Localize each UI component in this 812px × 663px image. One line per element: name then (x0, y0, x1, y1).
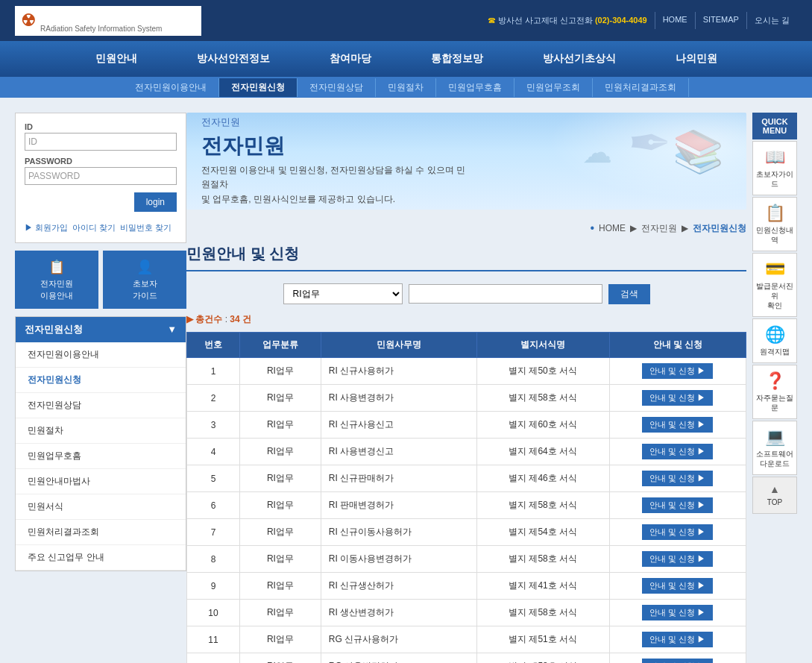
cell-no: 11 (187, 626, 240, 653)
cell-form: 별지 제58호 서식 (476, 600, 609, 626)
quick-item-worldmap[interactable]: 🌐 원격지맵 (752, 318, 797, 363)
breadcrumb-home[interactable]: HOME (599, 223, 626, 233)
subnav-consult[interactable]: 전자민원상담 (298, 78, 376, 97)
sidebar-item-result[interactable]: 민원처리결과조회 (16, 520, 186, 545)
cell-action: 안내 및 신청 ▶ (609, 492, 746, 519)
nav-item-mypage[interactable]: 나의민원 (646, 43, 747, 75)
cell-form: 별지 제58호 서식 (476, 492, 609, 519)
cell-category: RI업무 (239, 439, 321, 465)
main-nav-list: 민원안내 방사선안전정보 참여마당 통합정보망 방사선기초상식 나의민원 (66, 43, 747, 75)
cell-form: 별지 제64호 서식 (476, 439, 609, 465)
table-row: 7 RI업무 RI 신규이동사용허가 별지 제54호 서식 안내 및 신청 ▶ (187, 519, 746, 546)
subnav-guide[interactable]: 전자민원이용안내 (123, 78, 219, 97)
detail-btn-7[interactable]: 안내 및 신청 ▶ (642, 524, 713, 540)
cell-action: 안내 및 신청 ▶ (609, 573, 746, 600)
subnav-review[interactable]: 민원업무조회 (514, 78, 593, 97)
cell-action: 안내 및 신청 ▶ (609, 600, 746, 626)
sidebar-item-status[interactable]: 민원업무호흠 (16, 444, 186, 469)
search-input[interactable] (409, 284, 602, 304)
emenu-guide-btn[interactable]: 📋 전자민원이용안내 (15, 251, 98, 309)
quick-item-payment[interactable]: 💳 발급문서진위확인 (752, 253, 797, 317)
detail-btn-3[interactable]: 안내 및 신청 ▶ (642, 417, 713, 433)
th-name: 민원사무명 (321, 333, 476, 358)
quick-item-civil-apply[interactable]: 📋 민원신청내역 (752, 197, 797, 251)
find-pw-link[interactable]: 비밀번호 찾기 (120, 222, 171, 233)
cell-name: RI 신규이동사용허가 (321, 519, 476, 546)
nav-item-radiation[interactable]: 방사선안전정보 (167, 43, 300, 75)
quick-item-faq[interactable]: ❓ 자주묻는질문 (752, 365, 797, 419)
nav-sitemap[interactable]: SITEMAP (695, 12, 746, 29)
cell-form: 별지 제50호 서식 (476, 358, 609, 385)
quick-payment-icon: 💳 (765, 260, 785, 279)
detail-btn-10[interactable]: 안내 및 신청 ▶ (642, 605, 713, 620)
nav-item-stats[interactable]: 통합정보망 (401, 43, 513, 75)
result-total-label: 총건수 (195, 314, 222, 324)
join-link[interactable]: ▶ 회원가입 (25, 222, 68, 233)
subnav-result[interactable]: 민원처리결과조회 (593, 78, 689, 97)
nav-home[interactable]: HOME (655, 12, 695, 29)
header-right: ☎ 방사선 사고제대 신고전화 (02)-304-4049 HOME SITEM… (488, 12, 797, 29)
main-nav: 민원안내 방사선안전정보 참여마당 통합정보망 방사선기초상식 나의민원 (0, 41, 812, 77)
cell-form: 별지 제51호 서식 (476, 626, 609, 653)
detail-btn-2[interactable]: 안내 및 신청 ▶ (642, 390, 713, 406)
cell-no: 12 (187, 653, 240, 664)
nav-item-civil[interactable]: 민원안내 (66, 43, 167, 75)
sidebar-item-main-duty[interactable]: 주요 신고업무 안내 (16, 545, 186, 571)
detail-btn-11[interactable]: 안내 및 신청 ▶ (642, 632, 713, 647)
breadcrumb-dot: • (590, 221, 594, 235)
quick-faq-label: 자주묻는질문 (756, 393, 793, 412)
table-row: 10 RI업무 RI 생산변경허가 별지 제58호 서식 안내 및 신청 ▶ (187, 600, 746, 626)
breadcrumb-parent[interactable]: 전자민원 (641, 222, 677, 235)
cell-name: RI 신규생산허가 (321, 573, 476, 600)
id-input[interactable] (25, 133, 177, 151)
detail-btn-4[interactable]: 안내 및 신청 ▶ (642, 444, 713, 459)
quick-top-btn[interactable]: ▲ TOP (752, 477, 797, 514)
cell-name: RI 사용변경허가 (321, 385, 476, 412)
cell-name: RI 사용변경신고 (321, 439, 476, 465)
th-category: 업무분류 (239, 333, 321, 358)
table-row: 3 RI업무 RI 신규사용신고 별지 제60호 서식 안내 및 신청 ▶ (187, 412, 746, 439)
table-row: 6 RI업무 RI 판매변경허가 별지 제58호 서식 안내 및 신청 ▶ (187, 492, 746, 519)
subnav-status[interactable]: 민원업무호흠 (436, 78, 514, 97)
search-button[interactable]: 검색 (608, 284, 650, 304)
logo-title: 사이버방사선안전정보보센터 (40, 9, 195, 25)
sidebar-menu-arrow[interactable]: ▼ (167, 324, 177, 335)
sidebar-item-consult[interactable]: 전자민원상담 (16, 393, 186, 418)
sidebar-item-emenu-guide[interactable]: 전자민원이용안내 (16, 342, 186, 368)
nav-item-basic[interactable]: 방사선기초상식 (513, 43, 646, 75)
sidebar-item-civil-svc[interactable]: 민원서식 (16, 494, 186, 520)
detail-btn-6[interactable]: 안내 및 신청 ▶ (642, 497, 713, 513)
cell-action: 안내 및 신청 ▶ (609, 465, 746, 492)
sidebar-item-emenu-apply[interactable]: 전자민원신청 (16, 368, 186, 393)
search-select[interactable]: RI업무 RG업무 전체 (283, 283, 403, 304)
detail-btn-1[interactable]: 안내 및 신청 ▶ (642, 363, 713, 379)
quick-item-beginner[interactable]: 📖 초보자가이드 (752, 141, 797, 195)
quick-software-label: 소프트웨어다운로드 (756, 449, 793, 468)
table-row: 1 RI업무 RI 신규사용허가 별지 제50호 서식 안내 및 신청 ▶ (187, 358, 746, 385)
cell-action: 안내 및 신청 ▶ (609, 358, 746, 385)
sidebar-item-procedure[interactable]: 민원절차 (16, 418, 186, 444)
nav-contact[interactable]: 오시는 길 (746, 12, 797, 29)
nav-item-participate[interactable]: 참여마당 (300, 43, 401, 75)
quick-item-software[interactable]: 💻 소프트웨어다운로드 (752, 421, 797, 475)
detail-btn-5[interactable]: 안내 및 신청 ▶ (642, 471, 713, 486)
find-id-link[interactable]: 아이디 찾기 (72, 222, 116, 233)
quick-beginner-label: 초보자가이드 (756, 169, 793, 189)
subnav-procedure[interactable]: 민원절차 (376, 78, 436, 97)
sidebar-menu-title: 전자민원신청 ▼ (16, 317, 186, 342)
detail-btn-8[interactable]: 안내 및 신청 ▶ (642, 551, 713, 567)
cell-action: 안내 및 신청 ▶ (609, 546, 746, 573)
content-wrapper: ID PASSWORD login ▶ 회원가입 아이디 찾기 비밀번호 찾기 … (0, 98, 812, 663)
detail-btn-12[interactable]: 안내 및 신청 ▶ (642, 659, 713, 663)
sidebar-item-review[interactable]: 민원안내마법사 (16, 469, 186, 494)
cell-category: RI업무 (239, 358, 321, 385)
beginner-guide-btn[interactable]: 👤 초보자가이드 (103, 251, 186, 309)
emenu-icon: 📋 (18, 258, 95, 277)
subnav-apply[interactable]: 전자민원신청 (219, 78, 298, 97)
banner-main-title: 전자민원 (201, 132, 470, 160)
logo-icon: ☢ (21, 11, 36, 31)
login-button[interactable]: login (134, 192, 177, 212)
detail-btn-9[interactable]: 안내 및 신청 ▶ (642, 578, 713, 594)
cell-category: RI업무 (239, 626, 321, 653)
pw-input[interactable] (25, 167, 177, 185)
